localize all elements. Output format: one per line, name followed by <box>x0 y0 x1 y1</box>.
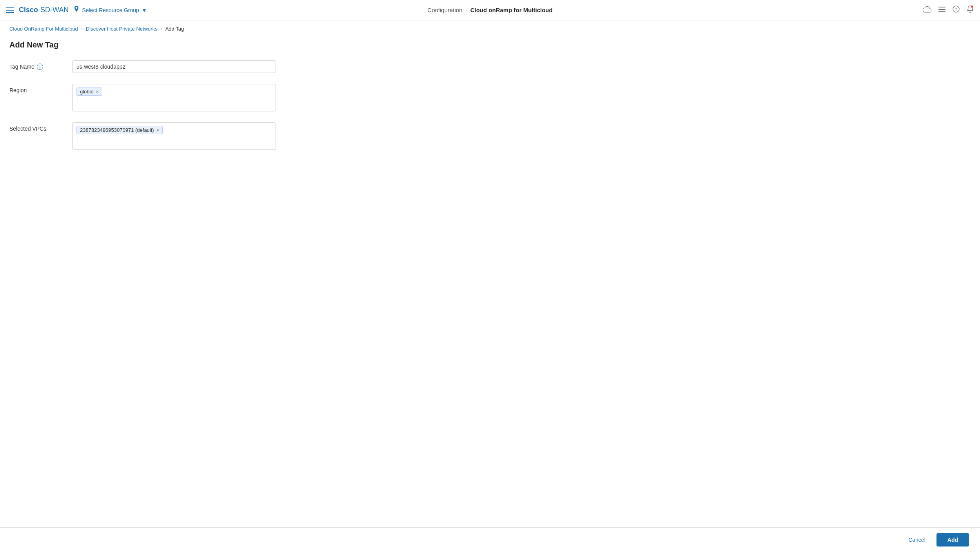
resource-group-dropdown-icon: ▼ <box>142 7 147 13</box>
navbar-right: ? <box>735 5 974 15</box>
svg-rect-1 <box>938 9 946 10</box>
selected-vpcs-label: Selected VPCs <box>9 122 72 132</box>
svg-text:?: ? <box>955 7 957 12</box>
svg-rect-0 <box>938 7 946 7</box>
navbar-left: Cisco SD-WAN Select Resource Group ▼ <box>6 6 245 15</box>
region-tag-value: global <box>80 89 94 95</box>
tag-name-info-icon[interactable]: i <box>37 64 43 70</box>
breadcrumb-chevron-2: › <box>161 26 162 32</box>
vpc-tag-remove-1[interactable]: × <box>156 128 159 133</box>
form-group-selected-vpcs: Selected VPCs 2387823496953070971 (defau… <box>9 122 971 150</box>
location-pin-icon <box>73 6 80 15</box>
lines-menu-icon[interactable] <box>938 6 946 14</box>
cancel-button[interactable]: Cancel <box>902 534 932 546</box>
breadcrumb-item-3: Add Tag <box>165 26 184 32</box>
svg-rect-2 <box>938 11 946 12</box>
breadcrumb-item-1[interactable]: Cloud OnRamp For Multicloud <box>9 26 78 32</box>
region-tag-remove-global[interactable]: × <box>96 89 99 94</box>
nav-separator: · <box>466 7 467 13</box>
region-tag-input[interactable]: global × <box>72 84 276 111</box>
page-footer: Cancel Add <box>0 527 980 552</box>
breadcrumb-item-2[interactable]: Discover Host Private Networks <box>86 26 158 32</box>
navbar: Cisco SD-WAN Select Resource Group ▼ Con… <box>0 0 980 20</box>
breadcrumb: Cloud OnRamp For Multicloud › Discover H… <box>0 20 980 37</box>
vpc-tag-1: 2387823496953070971 (default) × <box>76 126 163 134</box>
navbar-center: Configuration · Cloud onRamp for Multicl… <box>251 7 729 13</box>
page-heading: Add New Tag <box>9 40 971 49</box>
resource-group-label: Select Resource Group <box>82 7 139 13</box>
breadcrumb-chevron-1: › <box>81 26 83 32</box>
resource-group-selector[interactable]: Select Resource Group ▼ <box>73 6 147 15</box>
tag-name-label: Tag Name i <box>9 60 72 70</box>
help-icon[interactable]: ? <box>953 5 960 15</box>
nav-page-title: Cloud onRamp for Multicloud <box>470 7 553 13</box>
selected-vpcs-tag-input[interactable]: 2387823496953070971 (default) × <box>72 122 276 150</box>
form-group-tag-name: Tag Name i <box>9 60 971 73</box>
hamburger-menu-icon[interactable] <box>6 7 14 13</box>
add-button[interactable]: Add <box>936 533 969 547</box>
tag-name-input[interactable] <box>72 60 276 73</box>
page-content: Add New Tag Tag Name i Region global × S… <box>0 37 980 192</box>
brand-cisco-label: Cisco <box>19 6 38 14</box>
region-label: Region <box>9 84 72 93</box>
brand-sdwan-label: SD-WAN <box>40 6 69 14</box>
config-label: Configuration <box>427 7 462 13</box>
brand-logo: Cisco SD-WAN <box>19 6 69 14</box>
form-group-region: Region global × <box>9 84 971 111</box>
svg-point-5 <box>971 5 973 7</box>
notification-bell-icon[interactable] <box>967 5 974 15</box>
region-tag-global: global × <box>76 87 102 96</box>
vpc-tag-value-1: 2387823496953070971 (default) <box>80 127 154 133</box>
cloud-icon[interactable] <box>923 5 931 15</box>
